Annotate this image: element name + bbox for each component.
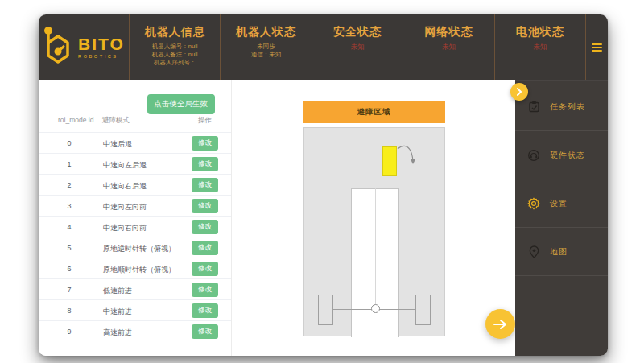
robot-footprint-canvas[interactable] — [303, 127, 445, 336]
roi-mode-id-cell: 8 — [60, 307, 79, 315]
obstacle-zone-banner-label: 避障区域 — [357, 107, 391, 118]
header-status-section-1[interactable]: 机器人状态 未同步通信：未知 — [220, 14, 311, 80]
modify-button[interactable]: 修改 — [192, 178, 218, 192]
top-header: BITO ROBOTICS 机器人信息 机器人编号：null机器人备注：null… — [39, 14, 608, 80]
hardware-status-icon — [527, 149, 540, 162]
mode-name-cell: 中速向左向前 — [103, 202, 147, 212]
table-row: 5 原地逆时针转（俯视） 修改 — [39, 237, 231, 258]
status-section-title: 网络状态 — [403, 25, 493, 39]
app-window: BITO ROBOTICS 机器人信息 机器人编号：null机器人备注：null… — [39, 14, 608, 356]
header-menu-section — [585, 14, 608, 80]
roi-mode-id-cell: 4 — [60, 223, 79, 231]
table-row: 0 中速后退 修改 — [39, 132, 231, 153]
logo: BITO ROBOTICS — [39, 14, 129, 80]
header-status-section-3[interactable]: 网络状态 未知 — [402, 14, 493, 80]
gear-icon — [527, 197, 540, 210]
table-row: 6 原地顺时针转（俯视） 修改 — [39, 258, 231, 278]
bito-logo-icon — [43, 25, 75, 70]
status-line: 通信：未知 — [221, 51, 311, 59]
status-section-lines: 机器人编号：null机器人备注：null机器人序列号： — [130, 43, 220, 67]
status-line: 机器人备注：null — [130, 51, 220, 59]
roi-mode-id-cell: 5 — [60, 244, 79, 252]
status-section-lines: 未知 — [403, 43, 493, 51]
right-sidebar: 任务列表 硬件状态 设置 地图 — [515, 80, 608, 356]
center-hub-circle — [371, 304, 380, 313]
status-line: 未同步 — [221, 43, 311, 51]
right-wheel-rect — [415, 295, 431, 325]
roi-mode-id-cell: 2 — [60, 181, 79, 189]
apply-global-button[interactable]: 点击使全局生效 — [147, 94, 216, 114]
sidebar-item-label: 任务列表 — [550, 101, 585, 113]
mode-name-cell: 中速向右后退 — [103, 181, 147, 192]
column-header-roi-mode-id: roi_mode id — [58, 116, 93, 124]
roi-mode-id-cell: 9 — [60, 328, 79, 336]
status-line: 机器人序列号： — [130, 59, 220, 67]
main-content: 点击使全局生效 roi_mode id 避障模式 操作 0 中速后退 修改 1 — [39, 80, 515, 356]
mode-name-cell: 原地顺时针转（俯视） — [103, 265, 175, 275]
table-row: 3 中速向左向前 修改 — [39, 195, 231, 216]
modify-button[interactable]: 修改 — [192, 324, 218, 339]
status-section-title: 机器人状态 — [221, 25, 311, 39]
sidebar-item-label: 硬件状态 — [550, 150, 585, 161]
status-line: 未知 — [403, 43, 493, 51]
roi-table-body: 0 中速后退 修改 1 中速向左后退 修改 2 中速向右后退 修改 — [39, 132, 231, 341]
status-line: 机器人编号：null — [130, 43, 220, 51]
modify-button[interactable]: 修改 — [192, 199, 218, 213]
status-section-lines: 未知 — [495, 43, 585, 51]
roi-mode-id-cell: 7 — [60, 286, 79, 294]
sidebar-item-3[interactable]: 地图 — [515, 228, 608, 276]
roi-mode-id-cell: 1 — [60, 160, 79, 168]
obstacle-zone-banner: 避障区域 — [303, 101, 445, 123]
status-section-title: 电池状态 — [495, 25, 585, 39]
table-row: 1 中速向左后退 修改 — [39, 153, 231, 174]
robot-centerline — [375, 188, 376, 309]
logo-brand-text: BITO — [78, 35, 125, 52]
mode-name-cell: 低速前进 — [103, 286, 132, 296]
roi-mode-id-cell: 6 — [60, 265, 79, 273]
roi-mode-id-cell: 0 — [60, 139, 79, 147]
sidebar-item-0[interactable]: 任务列表 — [515, 83, 608, 131]
status-section-lines: 未同步通信：未知 — [221, 43, 311, 59]
mode-name-cell: 中速向左后退 — [103, 160, 147, 171]
map-pin-icon — [527, 245, 540, 258]
table-row: 4 中速向右向前 修改 — [39, 216, 231, 237]
sidebar-item-1[interactable]: 硬件状态 — [515, 131, 608, 179]
modify-button[interactable]: 修改 — [192, 283, 218, 297]
status-section-lines: 未知 — [312, 43, 402, 51]
modify-button[interactable]: 修改 — [192, 262, 218, 276]
modify-button[interactable]: 修改 — [192, 241, 218, 255]
mode-name-cell: 中速前进 — [103, 307, 132, 317]
next-fab-button[interactable] — [485, 309, 515, 339]
sidebar-item-label: 地图 — [550, 246, 568, 258]
column-header-actions: 操作 — [198, 116, 212, 126]
roi-mode-table-panel: 点击使全局生效 roi_mode id 避障模式 操作 0 中速后退 修改 1 — [39, 80, 232, 356]
header-status-section-4[interactable]: 电池状态 未知 — [494, 14, 585, 80]
sidebar-item-2[interactable]: 设置 — [515, 179, 608, 228]
table-row: 2 中速向右后退 修改 — [39, 174, 231, 195]
rotation-arrow-icon — [394, 141, 422, 170]
mode-name-cell: 中速向右向前 — [103, 223, 147, 233]
mode-name-cell: 原地逆时针转（俯视） — [103, 244, 175, 254]
status-line: 未知 — [495, 43, 585, 51]
header-status-section-0[interactable]: 机器人信息 机器人编号：null机器人备注：null机器人序列号： — [129, 14, 220, 80]
task-list-icon — [527, 101, 540, 113]
status-line: 未知 — [312, 43, 402, 51]
header-status-section-2[interactable]: 安全状态 未知 — [312, 14, 402, 80]
table-column-headers: roi_mode id 避障模式 操作 — [39, 116, 231, 129]
roi-mode-id-cell: 3 — [60, 202, 79, 210]
status-section-title: 安全状态 — [312, 25, 402, 39]
modify-button[interactable]: 修改 — [192, 157, 218, 171]
sidebar-collapse-button[interactable] — [510, 83, 528, 101]
sidebar-item-label: 设置 — [550, 198, 568, 209]
table-row: 9 高速前进 修改 — [39, 320, 231, 341]
table-row: 8 中速前进 修改 — [39, 299, 231, 320]
hamburger-menu-icon[interactable] — [592, 42, 602, 53]
left-wheel-rect — [318, 295, 333, 325]
mode-name-cell: 中速后退 — [103, 139, 132, 150]
arrow-right-icon — [493, 319, 507, 330]
modify-button[interactable]: 修改 — [192, 220, 218, 234]
table-row: 7 低速前进 修改 — [39, 278, 231, 299]
logo-sub-text: ROBOTICS — [78, 55, 125, 60]
modify-button[interactable]: 修改 — [192, 303, 218, 318]
modify-button[interactable]: 修改 — [192, 136, 218, 151]
